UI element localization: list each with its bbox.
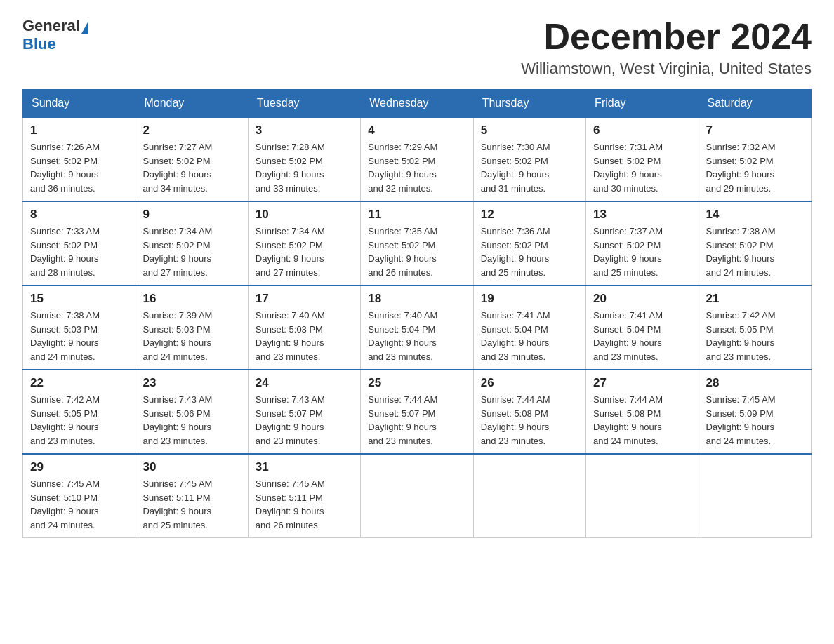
day-info: Sunrise: 7:38 AMSunset: 5:02 PMDaylight:… <box>706 224 804 279</box>
header-saturday: Saturday <box>699 90 811 118</box>
calendar-cell: 6Sunrise: 7:31 AMSunset: 5:02 PMDaylight… <box>586 117 699 201</box>
day-number: 18 <box>368 292 465 306</box>
day-info: Sunrise: 7:45 AMSunset: 5:11 PMDaylight:… <box>256 477 353 532</box>
day-number: 4 <box>368 123 465 137</box>
calendar-cell: 5Sunrise: 7:30 AMSunset: 5:02 PMDaylight… <box>473 117 585 201</box>
day-number: 29 <box>30 460 128 474</box>
day-number: 11 <box>368 208 465 222</box>
day-number: 21 <box>706 292 804 306</box>
day-number: 10 <box>256 208 353 222</box>
calendar-cell <box>361 454 473 538</box>
day-info: Sunrise: 7:44 AMSunset: 5:07 PMDaylight:… <box>368 393 465 448</box>
header-wednesday: Wednesday <box>361 90 473 118</box>
calendar-cell: 3Sunrise: 7:28 AMSunset: 5:02 PMDaylight… <box>248 117 360 201</box>
day-info: Sunrise: 7:33 AMSunset: 5:02 PMDaylight:… <box>30 224 128 279</box>
day-number: 1 <box>30 123 128 137</box>
day-number: 24 <box>256 376 353 390</box>
calendar-cell: 18Sunrise: 7:40 AMSunset: 5:04 PMDayligh… <box>361 286 473 370</box>
day-number: 23 <box>143 376 240 390</box>
day-info: Sunrise: 7:44 AMSunset: 5:08 PMDaylight:… <box>593 393 691 448</box>
calendar-cell: 2Sunrise: 7:27 AMSunset: 5:02 PMDaylight… <box>135 117 248 201</box>
week-row-3: 15Sunrise: 7:38 AMSunset: 5:03 PMDayligh… <box>23 286 812 370</box>
day-info: Sunrise: 7:28 AMSunset: 5:02 PMDaylight:… <box>256 140 353 195</box>
day-info: Sunrise: 7:40 AMSunset: 5:04 PMDaylight:… <box>368 309 465 363</box>
calendar-cell: 11Sunrise: 7:35 AMSunset: 5:02 PMDayligh… <box>361 201 473 286</box>
calendar-header-row: SundayMondayTuesdayWednesdayThursdayFrid… <box>23 90 812 118</box>
day-info: Sunrise: 7:43 AMSunset: 5:07 PMDaylight:… <box>256 393 353 448</box>
day-number: 12 <box>481 208 578 222</box>
day-number: 9 <box>143 208 240 222</box>
calendar-cell <box>699 454 811 538</box>
header-monday: Monday <box>135 90 248 118</box>
calendar-cell: 14Sunrise: 7:38 AMSunset: 5:02 PMDayligh… <box>699 201 811 286</box>
calendar-cell: 24Sunrise: 7:43 AMSunset: 5:07 PMDayligh… <box>248 370 360 454</box>
calendar-cell: 8Sunrise: 7:33 AMSunset: 5:02 PMDaylight… <box>23 201 135 286</box>
calendar-cell: 28Sunrise: 7:45 AMSunset: 5:09 PMDayligh… <box>699 370 811 454</box>
day-number: 14 <box>706 208 804 222</box>
day-info: Sunrise: 7:39 AMSunset: 5:03 PMDaylight:… <box>143 309 240 363</box>
calendar-cell: 15Sunrise: 7:38 AMSunset: 5:03 PMDayligh… <box>23 286 135 370</box>
day-info: Sunrise: 7:44 AMSunset: 5:08 PMDaylight:… <box>481 393 578 448</box>
day-info: Sunrise: 7:34 AMSunset: 5:02 PMDaylight:… <box>143 224 240 279</box>
day-info: Sunrise: 7:42 AMSunset: 5:05 PMDaylight:… <box>30 393 128 448</box>
day-number: 16 <box>143 292 240 306</box>
day-info: Sunrise: 7:36 AMSunset: 5:02 PMDaylight:… <box>481 224 578 279</box>
day-number: 2 <box>143 123 240 137</box>
header-tuesday: Tuesday <box>248 90 360 118</box>
calendar-cell: 17Sunrise: 7:40 AMSunset: 5:03 PMDayligh… <box>248 286 360 370</box>
day-info: Sunrise: 7:27 AMSunset: 5:02 PMDaylight:… <box>143 140 240 195</box>
calendar-cell: 22Sunrise: 7:42 AMSunset: 5:05 PMDayligh… <box>23 370 135 454</box>
day-number: 25 <box>368 376 465 390</box>
calendar-cell: 12Sunrise: 7:36 AMSunset: 5:02 PMDayligh… <box>473 201 585 286</box>
logo-general: General <box>22 17 80 35</box>
calendar-cell: 16Sunrise: 7:39 AMSunset: 5:03 PMDayligh… <box>135 286 248 370</box>
day-number: 17 <box>256 292 353 306</box>
header-sunday: Sunday <box>23 90 135 118</box>
location-title: Williamstown, West Virginia, United Stat… <box>521 60 812 78</box>
calendar-cell: 1Sunrise: 7:26 AMSunset: 5:02 PMDaylight… <box>23 117 135 201</box>
calendar-table: SundayMondayTuesdayWednesdayThursdayFrid… <box>22 89 812 538</box>
calendar-cell: 26Sunrise: 7:44 AMSunset: 5:08 PMDayligh… <box>473 370 585 454</box>
day-info: Sunrise: 7:32 AMSunset: 5:02 PMDaylight:… <box>706 140 804 195</box>
day-info: Sunrise: 7:45 AMSunset: 5:11 PMDaylight:… <box>143 477 240 532</box>
day-number: 13 <box>593 208 691 222</box>
calendar-cell: 31Sunrise: 7:45 AMSunset: 5:11 PMDayligh… <box>248 454 360 538</box>
day-number: 26 <box>481 376 578 390</box>
header-friday: Friday <box>586 90 699 118</box>
calendar-cell: 23Sunrise: 7:43 AMSunset: 5:06 PMDayligh… <box>135 370 248 454</box>
calendar-cell: 27Sunrise: 7:44 AMSunset: 5:08 PMDayligh… <box>586 370 699 454</box>
week-row-4: 22Sunrise: 7:42 AMSunset: 5:05 PMDayligh… <box>23 370 812 454</box>
calendar-title-block: December 2024 Williamstown, West Virgini… <box>521 17 812 78</box>
calendar-cell: 25Sunrise: 7:44 AMSunset: 5:07 PMDayligh… <box>361 370 473 454</box>
calendar-cell: 7Sunrise: 7:32 AMSunset: 5:02 PMDaylight… <box>699 117 811 201</box>
calendar-cell: 9Sunrise: 7:34 AMSunset: 5:02 PMDaylight… <box>135 201 248 286</box>
week-row-2: 8Sunrise: 7:33 AMSunset: 5:02 PMDaylight… <box>23 201 812 286</box>
day-number: 7 <box>706 123 804 137</box>
calendar-cell: 19Sunrise: 7:41 AMSunset: 5:04 PMDayligh… <box>473 286 585 370</box>
day-info: Sunrise: 7:41 AMSunset: 5:04 PMDaylight:… <box>481 309 578 363</box>
logo: General Blue <box>22 17 88 53</box>
day-info: Sunrise: 7:29 AMSunset: 5:02 PMDaylight:… <box>368 140 465 195</box>
calendar-cell: 30Sunrise: 7:45 AMSunset: 5:11 PMDayligh… <box>135 454 248 538</box>
header-thursday: Thursday <box>473 90 585 118</box>
logo-blue: Blue <box>22 35 88 53</box>
calendar-cell: 29Sunrise: 7:45 AMSunset: 5:10 PMDayligh… <box>23 454 135 538</box>
calendar-cell: 4Sunrise: 7:29 AMSunset: 5:02 PMDaylight… <box>361 117 473 201</box>
calendar-cell: 10Sunrise: 7:34 AMSunset: 5:02 PMDayligh… <box>248 201 360 286</box>
day-number: 6 <box>593 123 691 137</box>
day-info: Sunrise: 7:45 AMSunset: 5:10 PMDaylight:… <box>30 477 128 532</box>
day-info: Sunrise: 7:35 AMSunset: 5:02 PMDaylight:… <box>368 224 465 279</box>
day-number: 27 <box>593 376 691 390</box>
day-info: Sunrise: 7:43 AMSunset: 5:06 PMDaylight:… <box>143 393 240 448</box>
day-info: Sunrise: 7:30 AMSunset: 5:02 PMDaylight:… <box>481 140 578 195</box>
day-number: 28 <box>706 376 804 390</box>
calendar-cell: 20Sunrise: 7:41 AMSunset: 5:04 PMDayligh… <box>586 286 699 370</box>
day-number: 20 <box>593 292 691 306</box>
calendar-cell <box>586 454 699 538</box>
day-number: 8 <box>30 208 128 222</box>
day-info: Sunrise: 7:45 AMSunset: 5:09 PMDaylight:… <box>706 393 804 448</box>
day-info: Sunrise: 7:41 AMSunset: 5:04 PMDaylight:… <box>593 309 691 363</box>
month-title: December 2024 <box>521 17 812 57</box>
week-row-5: 29Sunrise: 7:45 AMSunset: 5:10 PMDayligh… <box>23 454 812 538</box>
page-header: General Blue December 2024 Williamstown,… <box>22 17 812 78</box>
